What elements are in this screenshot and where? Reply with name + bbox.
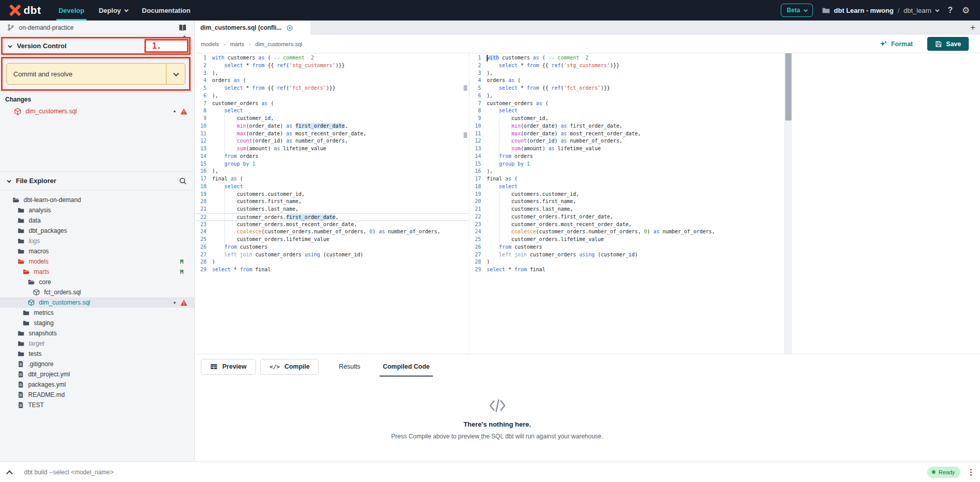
chevron-down-icon[interactable] (8, 44, 12, 48)
code-line[interactable]: 19 customers.customer_id, (469, 191, 784, 198)
code-line[interactable]: 8 select (469, 107, 784, 115)
breadcrumb-marts[interactable]: marts (230, 41, 244, 47)
tree-item-test[interactable]: TEST (0, 400, 194, 410)
code-line[interactable]: 11 max(order_date) as most_recent_order_… (469, 130, 784, 138)
code-line[interactable]: 16), (195, 168, 469, 175)
tree-item-data[interactable]: data (0, 215, 194, 226)
code-line[interactable]: 1with customers as ( -- comment 2 (469, 54, 784, 62)
nav-item-develop[interactable]: Develop (56, 0, 87, 21)
tree-item-metrics[interactable]: metrics (0, 308, 194, 318)
code-line[interactable]: 21 customers.last_name, (469, 206, 784, 213)
code-line[interactable]: 4orders as ( (469, 77, 784, 85)
code-line[interactable]: 27 left join customer_orders using (cust… (195, 251, 469, 259)
format-button[interactable]: Format (880, 40, 912, 48)
tab-results[interactable]: Results (339, 354, 360, 379)
commit-dropdown-caret[interactable] (166, 64, 185, 84)
code-line[interactable]: 13 sum(amount) as lifetime_value (195, 145, 469, 153)
nav-item-documentation[interactable]: Documentation (140, 0, 193, 21)
code-line[interactable]: 9 customer_id, (469, 115, 784, 123)
code-line[interactable]: 17final as ( (195, 175, 469, 183)
code-line[interactable]: 20 customers.first_name, (195, 198, 469, 206)
new-tab-button[interactable]: + (970, 21, 975, 35)
code-line[interactable]: 22 customer_orders.first_order_date, (469, 213, 784, 221)
code-line[interactable]: 28) (469, 258, 784, 266)
commit-button-label[interactable]: Commit and resolve (7, 64, 166, 84)
chevron-up-icon[interactable] (6, 470, 13, 477)
code-line[interactable]: 2 select * from {{ ref('stg_customers')}… (469, 62, 784, 70)
code-line[interactable]: 13 sum(amount) as lifetime_value (469, 145, 784, 153)
code-line[interactable]: 25 customer_orders.lifetime_value (469, 236, 784, 244)
docs-book-icon[interactable] (178, 24, 187, 32)
code-line[interactable]: 10 min(order_date) as first_order_date, (469, 123, 784, 130)
save-button[interactable]: Save (927, 37, 969, 51)
kebab-menu-icon[interactable]: ⋮ (967, 468, 975, 477)
code-line[interactable]: 24 coalesce(customer_orders.number_of_or… (195, 228, 469, 236)
project-selector[interactable]: dbt Learn - mwong / dbt_learn (822, 7, 939, 14)
changes-file-dim-customers[interactable]: dim_customers.sql • (0, 106, 194, 117)
code-line[interactable]: 8 select (195, 107, 469, 115)
code-line[interactable]: 29select * from final (195, 266, 469, 274)
code-line[interactable]: 11 max(order_date) as most_recent_order_… (195, 130, 469, 138)
code-line[interactable]: 15 group by 1 (195, 160, 469, 168)
code-line[interactable]: 19 customers.customer_id, (195, 191, 469, 198)
code-line[interactable]: 25 customer_orders.lifetime_value (195, 236, 469, 244)
code-line[interactable]: 26 from customers (195, 244, 469, 251)
beta-dropdown[interactable]: Beta (781, 4, 813, 17)
breadcrumb-file[interactable]: dim_customers.sql (255, 41, 302, 47)
tree-item-marts[interactable]: martsM (0, 267, 194, 277)
code-line[interactable]: 5 select * from {{ ref('fct_orders')}} (469, 85, 784, 92)
code-line[interactable]: 24 coalesce(customer_orders.number_of_or… (469, 228, 784, 236)
code-line[interactable]: 14 from orders (195, 153, 469, 160)
chevron-down-icon[interactable] (7, 178, 11, 183)
tree-item-dbt-project-yml[interactable]: dbt_project.yml (0, 369, 194, 379)
code-line[interactable]: 6), (195, 92, 469, 100)
tree-item-core[interactable]: core (0, 277, 194, 287)
tree-item-models[interactable]: modelsM (0, 256, 194, 267)
command-input[interactable]: dbt build --select <model_name> (24, 469, 114, 476)
tree-item-staging[interactable]: staging (0, 318, 194, 328)
code-line[interactable]: 2 select * from {{ ref('stg_customers')}… (195, 62, 469, 70)
tree-item-packages-yml[interactable]: packages.yml (0, 379, 194, 390)
tree-item-snapshots[interactable]: snapshots (0, 328, 194, 338)
breadcrumb-models[interactable]: models (201, 41, 219, 47)
tree-item-fct-orders-sql[interactable]: fct_orders.sql (0, 287, 194, 297)
tree-item-logs[interactable]: logs (0, 236, 194, 246)
code-line[interactable]: 1with customers as ( -- comment 2 (195, 54, 469, 62)
code-line[interactable]: 12 count(order_id) as number_of_orders, (195, 137, 469, 145)
help-icon[interactable]: ? (948, 6, 953, 15)
code-line[interactable]: 16), (469, 168, 784, 175)
code-line[interactable]: 26 from customers (469, 244, 784, 251)
code-line[interactable]: 3), (195, 70, 469, 77)
tab-dim-customers[interactable]: dim_customers.sql (confli... (195, 21, 310, 35)
tree-item-target[interactable]: target (0, 338, 194, 349)
code-line[interactable]: 17final as ( (469, 175, 784, 183)
code-line[interactable]: 4orders as ( (195, 77, 469, 85)
editor-pane-left[interactable]: 1with customers as ( -- comment 22 selec… (195, 53, 469, 354)
tree-item-analysis[interactable]: analysis (0, 205, 194, 215)
code-line[interactable]: 5 select * from {{ ref('fct_orders')}} (195, 85, 469, 92)
code-line[interactable]: 22 customer_orders.first_order_date, (195, 213, 469, 221)
code-line[interactable]: 12 count(order_id) as number_of_orders, (469, 137, 784, 145)
code-line[interactable]: 18 select (469, 183, 784, 191)
tree-item-tests[interactable]: tests (0, 349, 194, 359)
tree-item-dbt-learn-on-demand[interactable]: dbt-learn-on-demand (0, 195, 194, 205)
gear-icon[interactable]: ⚙ (962, 5, 970, 16)
nav-item-deploy[interactable]: Deploy (97, 0, 130, 21)
code-line[interactable]: 23 customer_orders.most_recent_order_dat… (469, 221, 784, 229)
code-line[interactable]: 15 group by 1 (469, 160, 784, 168)
tree-item-macros[interactable]: macros (0, 246, 194, 256)
code-line[interactable]: 23 customer_orders.most_recent_order_dat… (195, 221, 469, 229)
tree-item-dbt-packages[interactable]: dbt_packages (0, 226, 194, 236)
editor-pane-right[interactable]: 1with customers as ( -- comment 22 selec… (469, 53, 785, 354)
code-line[interactable]: 20 customers.first_name, (469, 198, 784, 206)
code-line[interactable]: 29select * from final (469, 266, 784, 274)
preview-button[interactable]: Preview (201, 359, 256, 375)
code-line[interactable]: 14 from orders (469, 153, 784, 160)
tree-item-readme-md[interactable]: README.md (0, 390, 194, 400)
editor-scrollbar[interactable] (785, 53, 792, 354)
search-icon[interactable] (179, 177, 187, 185)
code-line[interactable]: 28) (195, 258, 469, 266)
code-line[interactable]: 3), (469, 70, 784, 77)
code-line[interactable]: 7customer_orders as ( (195, 100, 469, 108)
code-line[interactable]: 21 customers.last_name, (195, 206, 469, 213)
